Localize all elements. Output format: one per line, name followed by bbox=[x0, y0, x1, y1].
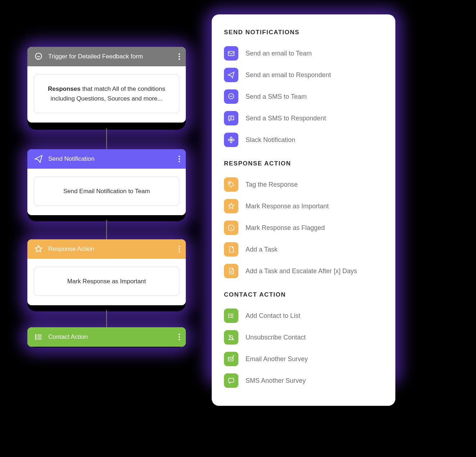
svg-point-6 bbox=[35, 338, 36, 339]
item-label: Tag the Response bbox=[246, 181, 298, 188]
info-icon bbox=[224, 221, 238, 235]
contact-title: Contact Action bbox=[48, 333, 88, 341]
trigger-header: Trigger for Detailed Feedback form bbox=[27, 47, 186, 66]
response-body-box[interactable]: Mark Response as Important bbox=[34, 267, 179, 296]
kebab-icon[interactable] bbox=[179, 53, 180, 60]
contact-card[interactable]: Contact Action bbox=[27, 327, 186, 347]
response-body: Mark Response as Important bbox=[67, 278, 146, 285]
item-label: Add a Task and Escalate After [x] Days bbox=[246, 267, 357, 275]
mail-out-icon bbox=[224, 352, 238, 366]
response-title: Response Action bbox=[48, 245, 94, 253]
svg-rect-7 bbox=[228, 52, 234, 56]
item-label: Send a SMS to Respondent bbox=[246, 115, 326, 122]
item-add-task-escalate[interactable]: Add a Task and Escalate After [x] Days bbox=[224, 260, 383, 282]
notification-body-box[interactable]: Send Email Notification to Team bbox=[34, 177, 179, 206]
sms-icon bbox=[224, 111, 238, 125]
section-title-contact: CONTACT ACTION bbox=[224, 291, 383, 298]
send-icon bbox=[34, 154, 43, 164]
kebab-icon[interactable] bbox=[179, 246, 180, 252]
slack-icon bbox=[224, 133, 238, 147]
actions-panel: SEND NOTIFICATIONS Send an email to Team… bbox=[212, 14, 395, 406]
list-icon bbox=[34, 332, 43, 342]
file-icon bbox=[224, 242, 238, 257]
chat-icon bbox=[224, 89, 238, 104]
item-label: Mark Response as Flagged bbox=[246, 224, 325, 232]
item-mark-important[interactable]: Mark Response as Important bbox=[224, 195, 383, 217]
item-label: Send an email to Respondent bbox=[246, 71, 331, 79]
bell-off-icon bbox=[224, 330, 238, 345]
item-tag-response[interactable]: Tag the Response bbox=[224, 174, 383, 195]
trigger-body-strong: Responses bbox=[48, 85, 81, 92]
notification-card[interactable]: Send Notification Send Email Notificatio… bbox=[27, 149, 186, 215]
send-icon bbox=[224, 68, 238, 82]
item-unsubscribe[interactable]: Unsubscribe Contact bbox=[224, 327, 383, 348]
item-label: Email Another Survey bbox=[246, 355, 308, 363]
item-label: Add Contact to List bbox=[246, 312, 300, 320]
item-mark-flagged[interactable]: Mark Response as Flagged bbox=[224, 217, 383, 239]
item-email-team[interactable]: Send an email to Team bbox=[224, 43, 383, 64]
item-label: SMS Another Survey bbox=[246, 377, 306, 385]
svg-rect-30 bbox=[228, 357, 233, 361]
star-icon bbox=[224, 199, 238, 213]
notification-title: Send Notification bbox=[48, 155, 95, 163]
svg-point-0 bbox=[35, 53, 41, 59]
svg-rect-15 bbox=[228, 139, 231, 141]
item-label: Send an email to Team bbox=[246, 50, 312, 57]
mail-icon bbox=[224, 46, 238, 61]
file-lines-icon bbox=[224, 264, 238, 278]
notification-body: Send Email Notification to Team bbox=[63, 188, 150, 195]
chat-icon bbox=[34, 52, 43, 61]
item-sms-team[interactable]: Send a SMS to Team bbox=[224, 86, 383, 107]
svg-point-4 bbox=[35, 335, 36, 336]
item-label: Mark Response as Important bbox=[246, 203, 329, 210]
notification-header: Send Notification bbox=[27, 149, 186, 169]
item-add-contact-list[interactable]: Add Contact to List bbox=[224, 305, 383, 327]
list-icon bbox=[224, 309, 238, 323]
response-card[interactable]: Response Action Mark Response as Importa… bbox=[27, 239, 186, 305]
item-email-survey[interactable]: Email Another Survey bbox=[224, 348, 383, 370]
item-label: Add a Task bbox=[246, 246, 278, 253]
item-sms-survey[interactable]: SMS Another Survey bbox=[224, 370, 383, 391]
response-header: Response Action bbox=[27, 239, 186, 259]
trigger-condition-box[interactable]: Responses that match All of the conditio… bbox=[34, 74, 179, 113]
svg-point-28 bbox=[229, 317, 229, 318]
svg-point-26 bbox=[229, 314, 229, 315]
item-slack[interactable]: Slack Notification bbox=[224, 129, 383, 151]
message-icon bbox=[224, 373, 238, 388]
svg-point-27 bbox=[229, 315, 229, 316]
contact-header: Contact Action bbox=[27, 327, 186, 347]
section-title-response: RESPONSE ACTION bbox=[224, 160, 383, 167]
svg-rect-16 bbox=[232, 139, 234, 141]
svg-rect-31 bbox=[229, 378, 234, 382]
star-icon bbox=[34, 244, 43, 254]
tag-icon bbox=[224, 177, 238, 192]
kebab-icon[interactable] bbox=[179, 334, 180, 340]
item-label: Slack Notification bbox=[246, 136, 295, 144]
item-add-task[interactable]: Add a Task bbox=[224, 239, 383, 260]
kebab-icon[interactable] bbox=[179, 156, 180, 162]
trigger-card[interactable]: Trigger for Detailed Feedback form Respo… bbox=[27, 47, 186, 123]
svg-rect-10 bbox=[229, 116, 234, 120]
item-label: Unsubscribe Contact bbox=[246, 334, 306, 341]
item-sms-respondent[interactable]: Send a SMS to Respondent bbox=[224, 107, 383, 129]
svg-point-5 bbox=[35, 337, 36, 337]
section-title-notifications: SEND NOTIFICATIONS bbox=[224, 29, 383, 36]
item-label: Send a SMS to Team bbox=[246, 93, 307, 101]
item-email-respondent[interactable]: Send an email to Respondent bbox=[224, 64, 383, 86]
svg-point-17 bbox=[229, 183, 230, 184]
trigger-title: Trigger for Detailed Feedback form bbox=[48, 53, 143, 60]
